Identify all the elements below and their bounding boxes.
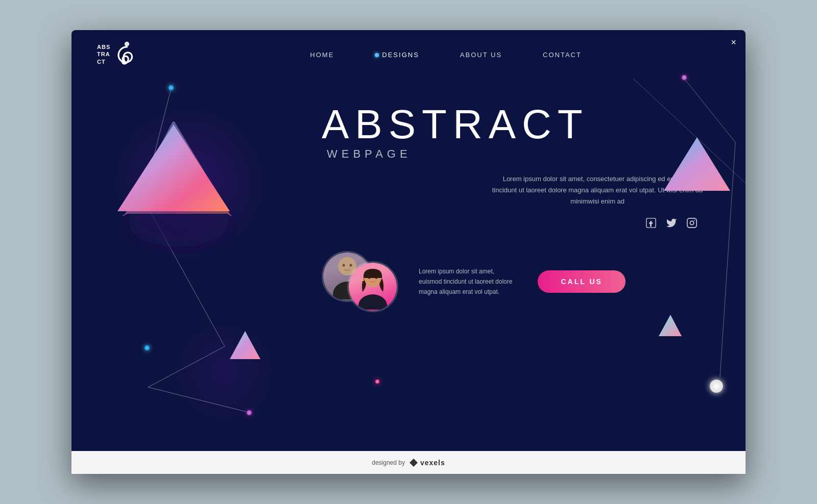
logo-icon [113,40,141,68]
main-content: ABSTRACT WEBPAGE Lorem ipsum dolor sit a… [71,79,746,474]
triangle-right-large [659,130,735,196]
footer-designed-by: designed by [372,459,405,466]
browser-window: × ABS TRA CT [71,30,746,474]
nav-link-contact[interactable]: CONTACT [543,51,582,59]
svg-point-15 [343,264,345,267]
nav-item-contact[interactable]: CONTACT [543,50,582,59]
logo-text: ABS TRA CT [97,43,110,65]
left-area [71,79,301,474]
avatars-group [322,251,403,312]
logo-area: ABS TRA CT [97,40,141,68]
triangle-large [102,109,245,252]
nav-link-about[interactable]: ABOUT US [460,51,502,59]
nav-link-home[interactable]: HOME [310,51,334,59]
bottom-description: Lorem ipsum dolor sit amet, euismod tinc… [419,266,512,297]
vexels-diamond-icon [409,458,418,467]
nav-item-about[interactable]: ABOUT US [460,50,502,59]
vexels-text: vexels [420,459,445,467]
svg-point-7 [125,42,129,46]
svg-point-19 [368,276,371,279]
svg-point-20 [375,276,378,279]
nav-link-designs[interactable]: DESIGNS [375,51,419,59]
svg-point-21 [362,279,364,281]
close-button[interactable]: × [731,37,736,48]
triangle-right-small [656,311,684,339]
footer: designed by vexels [71,451,746,474]
nav-links: HOME DESIGNS ABOUT US CONTACT [172,50,720,59]
call-us-button[interactable]: CALL US [538,270,625,293]
vexels-brand: vexels [409,458,445,467]
right-deco [633,79,746,474]
triangle-medium [225,323,266,364]
nav-active-dot [375,53,379,57]
navbar: ABS TRA CT HOME DESIGNS [71,30,746,79]
nav-item-designs[interactable]: DESIGNS [375,50,419,59]
svg-point-18 [358,294,387,310]
avatar-2 [347,261,398,312]
nav-item-home[interactable]: HOME [310,50,334,59]
